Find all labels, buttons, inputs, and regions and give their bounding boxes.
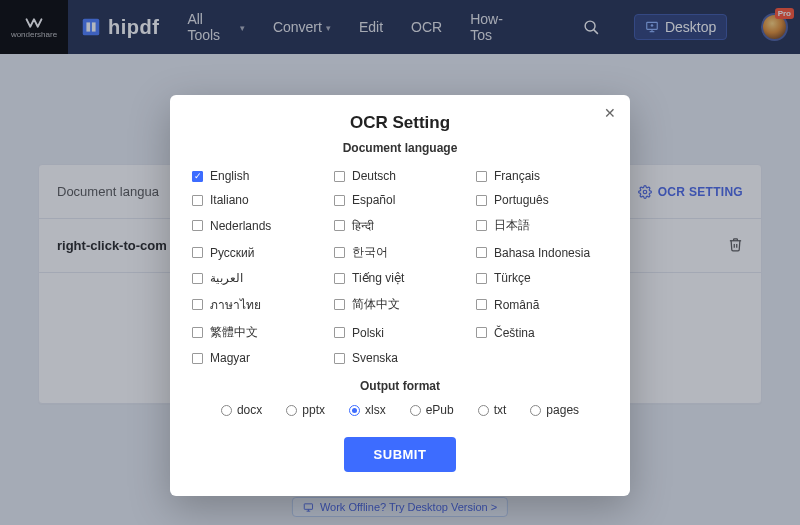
checkbox-icon xyxy=(192,171,203,182)
language-option[interactable]: Bahasa Indonesia xyxy=(476,244,608,261)
radio-icon xyxy=(478,405,489,416)
checkbox-icon xyxy=(192,273,203,284)
language-label: Polski xyxy=(352,326,384,340)
checkbox-icon xyxy=(334,299,345,310)
checkbox-icon xyxy=(476,247,487,258)
language-label: Bahasa Indonesia xyxy=(494,246,590,260)
language-label: Türkçe xyxy=(494,271,531,285)
format-label: xlsx xyxy=(365,403,386,417)
checkbox-icon xyxy=(476,220,487,231)
checkbox-icon xyxy=(192,327,203,338)
format-label: pages xyxy=(546,403,579,417)
language-label: Deutsch xyxy=(352,169,396,183)
radio-icon xyxy=(286,405,297,416)
checkbox-icon xyxy=(334,353,345,364)
language-label: 日本語 xyxy=(494,217,530,234)
language-option[interactable]: Türkçe xyxy=(476,271,608,285)
language-option[interactable]: ภาษาไทย xyxy=(192,295,324,314)
close-icon[interactable]: ✕ xyxy=(604,105,616,121)
checkbox-icon xyxy=(334,273,345,284)
output-format-title: Output format xyxy=(192,379,608,393)
language-option[interactable]: 日本語 xyxy=(476,217,608,234)
language-option[interactable]: Svenska xyxy=(334,351,466,365)
language-label: Tiếng việt xyxy=(352,271,404,285)
checkbox-icon xyxy=(476,273,487,284)
language-option[interactable]: Italiano xyxy=(192,193,324,207)
modal-subtitle: Document language xyxy=(192,141,608,155)
language-label: Русский xyxy=(210,246,255,260)
checkbox-icon xyxy=(334,171,345,182)
ocr-setting-modal: ✕ OCR Setting Document language EnglishD… xyxy=(170,95,630,496)
checkbox-icon xyxy=(476,171,487,182)
checkbox-icon xyxy=(334,247,345,258)
checkbox-icon xyxy=(192,247,203,258)
language-option[interactable]: Português xyxy=(476,193,608,207)
language-label: Italiano xyxy=(210,193,249,207)
submit-button[interactable]: SUBMIT xyxy=(344,437,457,472)
format-label: txt xyxy=(494,403,507,417)
checkbox-icon xyxy=(334,220,345,231)
checkbox-icon xyxy=(476,299,487,310)
language-label: हिन्दी xyxy=(352,219,374,233)
language-option[interactable]: 繁體中文 xyxy=(192,324,324,341)
checkbox-icon xyxy=(476,327,487,338)
language-option[interactable]: Español xyxy=(334,193,466,207)
radio-icon xyxy=(349,405,360,416)
language-label: 简体中文 xyxy=(352,296,400,313)
checkbox-icon xyxy=(334,195,345,206)
language-option[interactable]: हिन्दी xyxy=(334,217,466,234)
output-format-row: docxpptxxlsxePubtxtpages xyxy=(192,403,608,417)
language-option[interactable]: العربية xyxy=(192,271,324,285)
language-label: العربية xyxy=(210,271,243,285)
language-label: Čeština xyxy=(494,326,535,340)
language-label: 繁體中文 xyxy=(210,324,258,341)
language-option[interactable]: Русский xyxy=(192,244,324,261)
checkbox-icon xyxy=(192,353,203,364)
language-label: Français xyxy=(494,169,540,183)
output-format-option[interactable]: txt xyxy=(478,403,507,417)
output-format-option[interactable]: pages xyxy=(530,403,579,417)
checkbox-icon xyxy=(192,195,203,206)
language-label: Nederlands xyxy=(210,219,271,233)
checkbox-icon xyxy=(192,299,203,310)
language-label: Magyar xyxy=(210,351,250,365)
radio-icon xyxy=(530,405,541,416)
output-format-option[interactable]: docx xyxy=(221,403,262,417)
language-option[interactable]: English xyxy=(192,169,324,183)
language-option[interactable]: Čeština xyxy=(476,324,608,341)
language-option[interactable]: Nederlands xyxy=(192,217,324,234)
checkbox-icon xyxy=(192,220,203,231)
language-label: Español xyxy=(352,193,395,207)
language-option[interactable]: 한국어 xyxy=(334,244,466,261)
output-format-option[interactable]: pptx xyxy=(286,403,325,417)
language-grid: EnglishDeutschFrançaisItalianoEspañolPor… xyxy=(192,169,608,365)
language-option[interactable]: Română xyxy=(476,295,608,314)
output-format-option[interactable]: ePub xyxy=(410,403,454,417)
language-label: ภาษาไทย xyxy=(210,295,261,314)
language-label: English xyxy=(210,169,249,183)
format-label: pptx xyxy=(302,403,325,417)
language-option[interactable]: Magyar xyxy=(192,351,324,365)
language-label: 한국어 xyxy=(352,244,388,261)
format-label: ePub xyxy=(426,403,454,417)
output-format-option[interactable]: xlsx xyxy=(349,403,386,417)
language-option[interactable]: Polski xyxy=(334,324,466,341)
language-label: Română xyxy=(494,298,539,312)
checkbox-icon xyxy=(476,195,487,206)
radio-icon xyxy=(410,405,421,416)
modal-title: OCR Setting xyxy=(192,113,608,133)
language-option[interactable]: Tiếng việt xyxy=(334,271,466,285)
radio-icon xyxy=(221,405,232,416)
language-option[interactable]: 简体中文 xyxy=(334,295,466,314)
language-option[interactable]: Français xyxy=(476,169,608,183)
language-label: Svenska xyxy=(352,351,398,365)
language-label: Português xyxy=(494,193,549,207)
checkbox-icon xyxy=(334,327,345,338)
language-option[interactable]: Deutsch xyxy=(334,169,466,183)
format-label: docx xyxy=(237,403,262,417)
